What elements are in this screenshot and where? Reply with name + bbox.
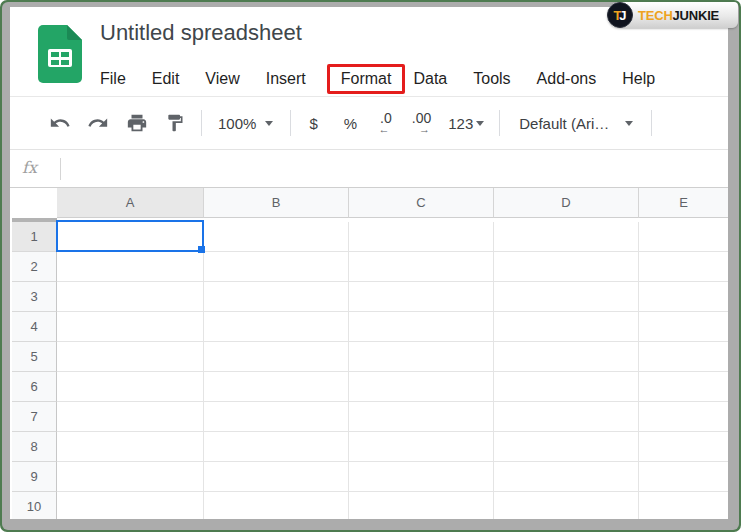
- menu-help[interactable]: Help: [622, 70, 655, 88]
- zoom-selector[interactable]: 100%: [218, 115, 273, 132]
- zoom-value: 100%: [218, 115, 256, 132]
- grid-line: [638, 222, 639, 519]
- column-header-d[interactable]: D: [493, 188, 638, 218]
- monogram-j: J: [619, 8, 626, 23]
- row-header-column: 1 2 3 4 5 6 7 8 9 10: [12, 222, 57, 519]
- menu-view[interactable]: View: [205, 70, 239, 88]
- grid-line: [348, 222, 349, 519]
- spreadsheet-grid: A B C D E 1 2 3 4 5 6 7 8 9 10: [10, 188, 728, 519]
- toolbar-divider: [499, 110, 500, 136]
- arrow-right-icon: →: [419, 124, 430, 135]
- selected-cell-a1[interactable]: [56, 220, 204, 252]
- menu-file[interactable]: File: [100, 70, 126, 88]
- row-header-2[interactable]: 2: [12, 252, 57, 282]
- wordmark-tech: TECH: [638, 8, 673, 23]
- row-header-4[interactable]: 4: [12, 312, 57, 342]
- menu-edit[interactable]: Edit: [152, 70, 180, 88]
- formula-bar[interactable]: fx: [10, 151, 728, 188]
- menu-format[interactable]: Format: [341, 70, 392, 87]
- google-sheets-window: Untitled spreadsheet File Edit View Inse…: [10, 7, 728, 519]
- redo-icon: [87, 112, 109, 134]
- row-header-7[interactable]: 7: [12, 402, 57, 432]
- google-sheets-icon[interactable]: [38, 25, 82, 83]
- decrease-decimal-button[interactable]: .0 ←: [380, 111, 392, 135]
- grid-line: [493, 222, 494, 519]
- wordmark-junkie: JUNKIE: [673, 8, 719, 23]
- percent-label: %: [344, 115, 357, 132]
- menu-insert[interactable]: Insert: [266, 70, 306, 88]
- row-header-3[interactable]: 3: [12, 282, 57, 312]
- undo-icon: [49, 112, 71, 134]
- row-header-8[interactable]: 8: [12, 432, 57, 462]
- fill-handle[interactable]: [198, 246, 205, 253]
- menu-bar: File Edit View Insert Format Data Tools …: [100, 62, 681, 96]
- currency-label: $: [309, 115, 317, 132]
- menu-data[interactable]: Data: [413, 70, 447, 88]
- arrow-left-icon: ←: [378, 124, 389, 135]
- toolbar: 100% $ % .0 ← .00 → 123: [10, 97, 728, 150]
- column-header-c[interactable]: C: [348, 188, 493, 218]
- paint-format-button[interactable]: [165, 113, 185, 133]
- select-all-corner[interactable]: [12, 188, 59, 218]
- more-formats-label: 123: [448, 115, 473, 132]
- menu-tools[interactable]: Tools: [473, 70, 510, 88]
- formula-bar-divider: [60, 158, 61, 180]
- print-icon: [126, 112, 148, 134]
- toolbar-divider: [290, 110, 291, 136]
- chevron-down-icon: [625, 121, 633, 126]
- chevron-down-icon: [265, 121, 273, 126]
- row-header-10[interactable]: 10: [12, 492, 57, 519]
- paint-format-icon: [165, 113, 185, 133]
- techjunkie-wordmark: TECHJUNKIE: [638, 8, 719, 23]
- font-selector[interactable]: Default (Ari…: [519, 115, 633, 132]
- format-currency-button[interactable]: $: [309, 115, 317, 132]
- fx-label: fx: [22, 158, 37, 177]
- screenshot-frame: T J TECHJUNKIE Untitled spreadsheet File…: [0, 0, 741, 532]
- toolbar-divider: [201, 110, 202, 136]
- print-button[interactable]: [126, 112, 148, 134]
- undo-button[interactable]: [49, 112, 71, 134]
- toolbar-divider: [651, 110, 652, 136]
- column-header-e[interactable]: E: [638, 188, 728, 218]
- format-percent-button[interactable]: %: [344, 115, 357, 132]
- techjunkie-monogram-icon: T J: [607, 2, 633, 28]
- cells-area[interactable]: [57, 222, 728, 519]
- row-header-6[interactable]: 6: [12, 372, 57, 402]
- menu-addons[interactable]: Add-ons: [537, 70, 597, 88]
- grid-line: [203, 222, 204, 519]
- increase-decimal-button[interactable]: .00 →: [412, 111, 431, 135]
- document-title[interactable]: Untitled spreadsheet: [100, 20, 302, 46]
- redo-button[interactable]: [87, 112, 109, 134]
- column-header-a[interactable]: A: [57, 188, 203, 218]
- row-header-5[interactable]: 5: [12, 342, 57, 372]
- chevron-down-icon: [476, 121, 484, 126]
- row-header-9[interactable]: 9: [12, 462, 57, 492]
- techjunkie-logo: T J TECHJUNKIE: [607, 2, 738, 28]
- row-header-1[interactable]: 1: [12, 222, 57, 252]
- font-value: Default (Ari…: [519, 115, 609, 132]
- more-formats-button[interactable]: 123: [448, 115, 484, 132]
- column-header-b[interactable]: B: [203, 188, 348, 218]
- format-highlight-annotation: Format: [327, 64, 406, 94]
